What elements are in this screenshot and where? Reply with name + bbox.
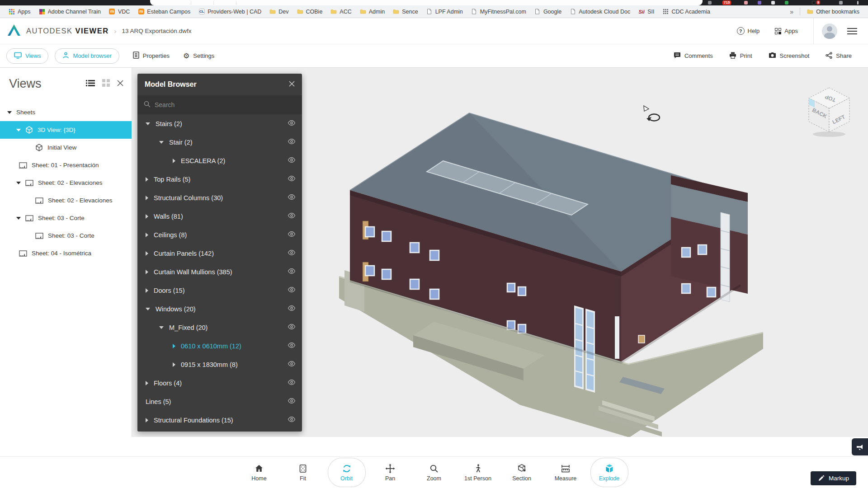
tool-pan[interactable]: Pan [368, 457, 412, 488]
tool-home[interactable]: Home [237, 457, 281, 488]
extension-icon[interactable] [812, 1, 816, 5]
visibility-eye-icon[interactable] [288, 249, 296, 257]
list-view-icon[interactable] [86, 80, 95, 89]
tool-measure[interactable]: Measure [544, 457, 588, 488]
model-node-curtain-wall-mullions[interactable]: Curtain Wall Mullions (385) [137, 263, 302, 281]
bookmark-folder[interactable]: Admin [356, 8, 389, 16]
model-node-m-fixed[interactable]: M_Fixed (20) [137, 318, 302, 337]
other-bookmarks[interactable]: Other bookmarks [803, 8, 863, 16]
tree-node-sheet-03[interactable]: Sheet: 03 - Corte [0, 209, 132, 227]
visibility-eye-icon[interactable] [288, 175, 296, 183]
bookmark-folder[interactable]: Dev [265, 8, 292, 16]
tab-settings[interactable]: ⚙ Settings [183, 52, 214, 60]
model-node-doors[interactable]: Doors (15) [137, 281, 302, 300]
bookmark-item[interactable]: Adobe Channel Train [35, 8, 105, 16]
tree-node-initial-view[interactable]: Initial View [0, 139, 132, 156]
announcement-button[interactable] [852, 438, 868, 455]
tab-model-browser[interactable]: Model browser [55, 48, 119, 64]
bookmark-item[interactable]: CL Providers-Web | CAD [194, 8, 265, 16]
bookmark-item[interactable]: MyFitnessPal.com [467, 8, 530, 16]
bookmark-folder[interactable]: COBie [293, 8, 327, 16]
model-browser-search[interactable] [137, 95, 302, 114]
bookmark-folder[interactable]: Sence [389, 8, 422, 16]
share-button[interactable]: Share [826, 52, 852, 60]
bookmark-item[interactable]: Autodesk Cloud Doc [566, 8, 634, 16]
extension-badge[interactable]: 715 [722, 0, 731, 5]
model-node-stairs[interactable]: Stairs (2) [137, 114, 302, 133]
comments-button[interactable]: Comments [674, 52, 713, 60]
extension-icon[interactable] [744, 1, 748, 5]
browser-menu-icon[interactable] [857, 1, 859, 5]
model-node-walls[interactable]: Walls (81) [137, 207, 302, 225]
bookmarks-overflow-chevron[interactable]: » [786, 8, 797, 15]
model-node-0915x1830[interactable]: 0915 x 1830mm (8) [137, 355, 302, 374]
model-node-stair[interactable]: Stair (2) [137, 133, 302, 151]
extension-icon[interactable] [708, 1, 712, 5]
model-node-structural-columns[interactable]: Structural Columns (30) [137, 188, 302, 207]
visibility-eye-icon[interactable] [288, 138, 296, 146]
visibility-eye-icon[interactable] [288, 286, 296, 294]
model-node-windows[interactable]: Windows (20) [137, 300, 302, 318]
extension-icon[interactable] [771, 1, 775, 5]
tree-node-sheet-01[interactable]: Sheet: 01 - Presentación [0, 156, 132, 174]
model-node-floors[interactable]: Floors (4) [137, 374, 302, 392]
bookmark-item[interactable]: m VDC [105, 8, 134, 16]
address-bar-bottom[interactable] [150, 0, 703, 5]
tab-views[interactable]: Views [6, 48, 48, 64]
search-input[interactable] [155, 101, 281, 108]
visibility-eye-icon[interactable] [288, 342, 296, 350]
visibility-eye-icon[interactable] [288, 324, 296, 331]
tree-node-sheet-02[interactable]: Sheet: 02 - Elevaciones [0, 174, 132, 192]
model-node-structural-foundations[interactable]: Structural Foundations (15) [137, 411, 302, 429]
tree-node-sheet-02-child[interactable]: Sheet: 02 - Elevaciones [0, 192, 132, 209]
visibility-eye-icon[interactable] [288, 120, 296, 127]
extension-icon[interactable] [785, 1, 788, 5]
extension-badge[interactable]: 9 [816, 0, 820, 5]
close-icon[interactable] [117, 80, 123, 88]
bookmark-item[interactable]: LPF Admin [422, 8, 467, 16]
tool-explode[interactable]: Explode [590, 458, 628, 487]
bookmark-item[interactable]: m Esteban Campos [134, 8, 194, 16]
bookmark-item[interactable]: Google [530, 8, 566, 16]
model-node-escalera[interactable]: ESCALERA (2) [137, 151, 302, 170]
bookmark-folder[interactable]: ACC [326, 8, 355, 16]
visibility-eye-icon[interactable] [288, 157, 296, 164]
print-button[interactable]: Print [729, 52, 752, 60]
menu-icon[interactable] [847, 26, 857, 36]
visibility-eye-icon[interactable] [288, 212, 296, 220]
tab-properties[interactable]: Properties [133, 52, 170, 60]
help-button[interactable]: ? Help [737, 27, 760, 35]
model-node-top-rails[interactable]: Top Rails (5) [137, 170, 302, 188]
tool-first-person[interactable]: 1st Person [456, 457, 500, 488]
extension-icon[interactable] [839, 1, 843, 5]
model-node-0610x0610[interactable]: 0610 x 0610mm (12) [137, 337, 302, 355]
tree-node-sheets[interactable]: Sheets [0, 103, 132, 121]
tree-node-sheet-03-child[interactable]: Sheet: 03 - Corte [0, 227, 132, 244]
visibility-eye-icon[interactable] [288, 268, 296, 276]
tree-node-sheet-04[interactable]: Sheet: 04 - Isométrica [0, 244, 132, 262]
model-node-ceilings[interactable]: Ceilings (8) [137, 225, 302, 244]
visibility-eye-icon[interactable] [288, 231, 296, 239]
visibility-eye-icon[interactable] [288, 305, 296, 313]
visibility-eye-icon[interactable] [288, 398, 296, 405]
visibility-eye-icon[interactable] [288, 416, 296, 424]
screenshot-button[interactable]: Screenshot [769, 52, 810, 60]
visibility-eye-icon[interactable] [288, 194, 296, 202]
visibility-eye-icon[interactable] [288, 379, 296, 387]
view-cube[interactable]: TOP BACK LEFT [806, 86, 853, 140]
markup-button[interactable]: Markup [811, 471, 856, 485]
model-node-lines[interactable]: Lines (5) [137, 392, 302, 411]
avatar[interactable] [822, 23, 837, 39]
tool-orbit[interactable]: Orbit [328, 458, 366, 487]
tool-section[interactable]: Section [500, 457, 544, 488]
apps-button[interactable]: Apps [775, 28, 798, 34]
close-icon[interactable] [289, 80, 295, 89]
thumbnail-view-icon[interactable] [102, 79, 110, 89]
visibility-eye-icon[interactable] [288, 361, 296, 368]
tree-node-3d-view[interactable]: 3D View: {3D} [0, 121, 132, 139]
bookmark-item[interactable]: Sii SII [634, 8, 658, 16]
bookmark-apps[interactable]: Apps [5, 8, 35, 16]
extension-icon[interactable] [758, 1, 761, 5]
bookmark-item[interactable]: CDC Academia [658, 8, 714, 16]
model-node-curtain-panels[interactable]: Curtain Panels (142) [137, 244, 302, 263]
